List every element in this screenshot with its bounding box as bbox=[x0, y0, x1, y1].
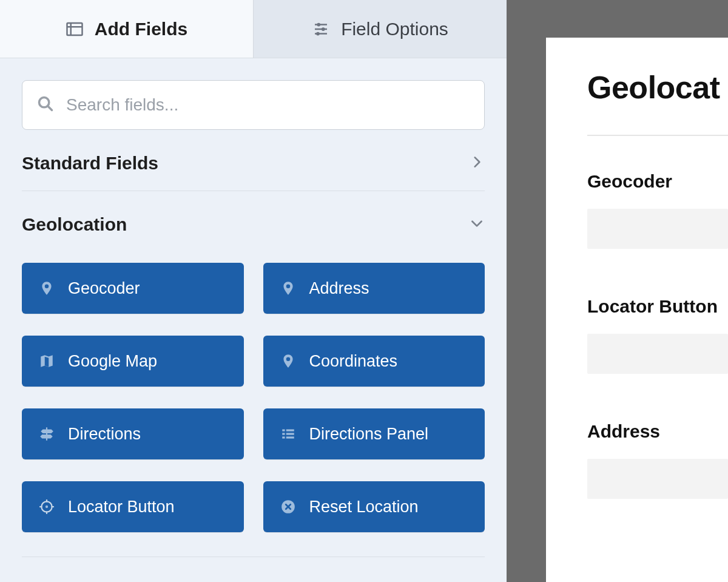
crosshair-icon bbox=[39, 499, 55, 515]
form-title: Geolocat bbox=[587, 69, 728, 106]
tab-label: Field Options bbox=[341, 19, 448, 39]
field-directions[interactable]: Directions bbox=[22, 408, 244, 459]
field-label: Coordinates bbox=[309, 352, 398, 371]
divider-gap bbox=[507, 0, 546, 582]
preview-area: Geolocat Geocoder Locator Button Address bbox=[546, 0, 728, 582]
section-title: Standard Fields bbox=[22, 153, 158, 174]
field-label: Geocoder bbox=[587, 171, 728, 192]
field-label: Directions Panel bbox=[309, 425, 429, 444]
field-label: Geocoder bbox=[68, 279, 140, 298]
sidebar: Add Fields Field Options Standard Fields… bbox=[0, 0, 507, 582]
field-label: Directions bbox=[68, 425, 141, 444]
tabs: Add Fields Field Options bbox=[0, 0, 507, 58]
sliders-icon bbox=[312, 20, 330, 38]
field-address[interactable]: Address bbox=[263, 263, 485, 314]
map-icon bbox=[39, 353, 55, 369]
search-input[interactable] bbox=[66, 95, 470, 115]
field-geocoder[interactable]: Geocoder bbox=[22, 263, 244, 314]
text-input[interactable] bbox=[587, 209, 728, 249]
pin-icon bbox=[280, 280, 296, 296]
tab-field-options[interactable]: Field Options bbox=[253, 0, 507, 58]
list-icon bbox=[280, 426, 296, 442]
tab-add-fields[interactable]: Add Fields bbox=[0, 0, 253, 58]
divider bbox=[587, 135, 728, 136]
section-standard-fields[interactable]: Standard Fields bbox=[22, 130, 485, 191]
close-circle-icon bbox=[280, 499, 296, 515]
search-field[interactable] bbox=[22, 80, 485, 130]
field-directions-panel[interactable]: Directions Panel bbox=[263, 408, 485, 459]
pin-icon bbox=[280, 353, 296, 369]
tab-label: Add Fields bbox=[95, 19, 187, 39]
sidebar-body: Standard Fields Geolocation Geocoder Add… bbox=[0, 58, 507, 582]
field-label: Address bbox=[587, 421, 728, 442]
preview-field-geocoder[interactable]: Geocoder bbox=[587, 171, 728, 249]
preview-field-address[interactable]: Address bbox=[587, 421, 728, 499]
field-google-map[interactable]: Google Map bbox=[22, 336, 244, 387]
field-label: Locator Button bbox=[587, 296, 728, 317]
field-label: Reset Location bbox=[309, 498, 419, 516]
form-preview: Geolocat Geocoder Locator Button Address bbox=[546, 38, 728, 582]
section-title: Geolocation bbox=[22, 214, 127, 235]
field-label: Locator Button bbox=[68, 498, 175, 516]
field-coordinates[interactable]: Coordinates bbox=[263, 336, 485, 387]
chevron-right-icon bbox=[469, 154, 485, 172]
geolocation-field-grid: Geocoder Address Google Map Coordinates … bbox=[22, 246, 485, 557]
chevron-down-icon bbox=[469, 215, 485, 234]
field-reset-location[interactable]: Reset Location bbox=[263, 481, 485, 532]
field-locator-button[interactable]: Locator Button bbox=[22, 481, 244, 532]
field-label: Google Map bbox=[68, 352, 157, 371]
text-input[interactable] bbox=[587, 459, 728, 499]
field-label: Address bbox=[309, 279, 369, 298]
form-icon bbox=[66, 20, 84, 38]
signpost-icon bbox=[39, 426, 55, 442]
section-geolocation[interactable]: Geolocation bbox=[22, 191, 485, 246]
search-icon bbox=[37, 95, 54, 115]
preview-field-locator-button[interactable]: Locator Button bbox=[587, 296, 728, 374]
pin-icon bbox=[39, 280, 55, 296]
text-input[interactable] bbox=[587, 334, 728, 374]
